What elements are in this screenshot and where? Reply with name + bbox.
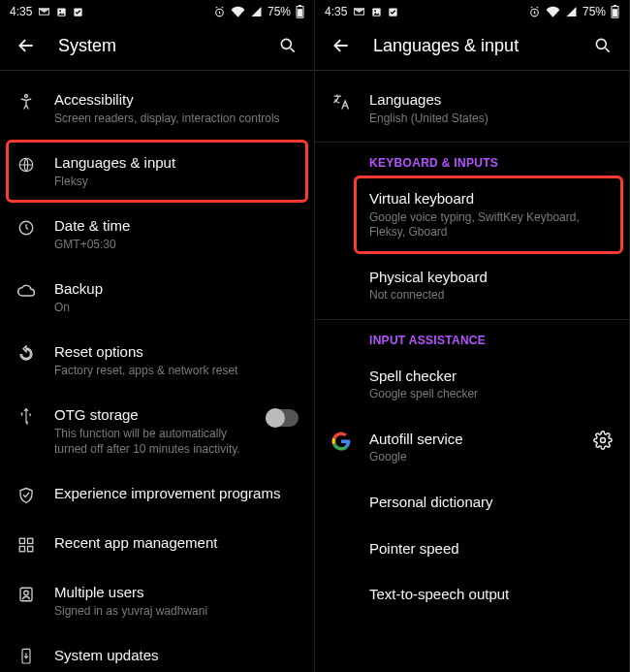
- svg-rect-13: [19, 547, 24, 552]
- gmail-icon: [353, 7, 365, 16]
- row-title: Autofill service: [369, 430, 575, 449]
- alarm-icon: [528, 6, 541, 18]
- otg-toggle[interactable]: [266, 409, 299, 427]
- settings-list: Languages English (United States) KEYBOA…: [315, 71, 629, 672]
- row-sub: Google spell checker: [369, 387, 614, 402]
- row-title: OTG storage: [54, 405, 248, 425]
- user-icon: [16, 584, 37, 605]
- app-bar: Languages & input: [315, 21, 629, 66]
- svg-point-7: [281, 39, 291, 48]
- row-title: Date & time: [54, 216, 299, 236]
- svg-point-25: [596, 39, 606, 48]
- row-title: Experience improvement programs: [54, 484, 299, 503]
- accessibility-icon: [16, 91, 37, 112]
- svg-point-16: [24, 591, 29, 595]
- row-virtual-keyboard[interactable]: Virtual keyboard Google voice typing, Sw…: [315, 176, 629, 254]
- section-keyboard-inputs: KEYBOARD & INPUTS: [315, 144, 629, 176]
- row-sub: Google: [369, 450, 575, 465]
- row-title: Backup: [54, 279, 299, 299]
- row-autofill-service[interactable]: Autofill service Google: [315, 416, 629, 479]
- globe-icon: [16, 154, 37, 176]
- usb-icon: [16, 406, 37, 428]
- row-sub: Google voice typing, SwiftKey Keyboard, …: [369, 210, 614, 240]
- row-pointer-speed[interactable]: Pointer speed: [315, 526, 629, 572]
- app-bar: System: [0, 21, 314, 66]
- status-bar: 4:35 75%: [0, 0, 314, 21]
- svg-point-19: [375, 10, 377, 12]
- apps-icon: [16, 534, 37, 556]
- row-date-time[interactable]: Date & time GMT+05:30: [0, 203, 314, 266]
- row-sub: This function will be automatically turn…: [54, 427, 248, 457]
- row-sub: Not connected: [369, 288, 614, 304]
- languages-input-screen: 4:35 75% Languages & input Lang: [315, 0, 630, 672]
- row-multiple-users[interactable]: Multiple users Signed in as yuvraj wadhw…: [0, 569, 314, 632]
- row-title: Accessibility: [54, 90, 299, 110]
- wifi-icon: [231, 6, 245, 17]
- row-languages[interactable]: Languages English (United States): [315, 77, 629, 140]
- reset-icon: [16, 343, 37, 365]
- row-recent-app-mgmt[interactable]: Recent app management: [0, 520, 314, 569]
- svg-rect-12: [28, 538, 33, 543]
- status-bar: 4:35 75%: [315, 0, 629, 21]
- autofill-settings-button[interactable]: [592, 430, 614, 451]
- svg-rect-11: [19, 538, 24, 543]
- search-button[interactable]: [592, 35, 614, 56]
- update-icon: [16, 647, 37, 668]
- image-icon: [371, 7, 382, 17]
- translate-icon: [331, 91, 352, 112]
- row-title: Virtual keyboard: [369, 189, 614, 208]
- image-icon: [56, 7, 67, 17]
- row-system-updates[interactable]: System updates: [0, 632, 314, 672]
- row-physical-keyboard[interactable]: Physical keyboard Not connected: [315, 254, 629, 317]
- battery-pct: 75%: [583, 5, 606, 18]
- row-personal-dictionary[interactable]: Personal dictionary: [315, 479, 629, 526]
- battery-icon: [296, 5, 304, 18]
- settings-list: Accessibility Screen readers, display, i…: [0, 71, 314, 672]
- page-title: System: [58, 36, 256, 56]
- alarm-icon: [213, 6, 226, 18]
- row-title: Languages & input: [54, 153, 299, 173]
- row-otg-storage[interactable]: OTG storage This function will be automa…: [0, 392, 314, 470]
- divider: [315, 319, 629, 320]
- system-settings-screen: 4:35 75% System Accessibi: [0, 0, 315, 672]
- svg-rect-14: [28, 547, 33, 552]
- back-button[interactable]: [16, 35, 37, 56]
- row-tts-output[interactable]: Text-to-speech output: [315, 571, 629, 618]
- shield-check-icon: [16, 485, 37, 506]
- row-accessibility[interactable]: Accessibility Screen readers, display, i…: [0, 77, 314, 140]
- svg-point-1: [60, 10, 62, 12]
- checkbox-icon: [73, 7, 83, 17]
- row-languages-input[interactable]: Languages & input Fleksy: [0, 140, 314, 203]
- cloud-icon: [16, 280, 37, 302]
- search-button[interactable]: [277, 35, 299, 56]
- divider: [315, 142, 629, 143]
- row-backup[interactable]: Backup On: [0, 266, 314, 329]
- page-title: Languages & input: [373, 36, 571, 56]
- row-title: System updates: [54, 646, 299, 665]
- row-spell-checker[interactable]: Spell checker Google spell checker: [315, 353, 629, 416]
- row-sub: Fleksy: [54, 175, 299, 190]
- gmail-icon: [38, 7, 50, 16]
- clock: 4:35: [325, 5, 347, 18]
- google-icon: [331, 431, 352, 452]
- svg-point-26: [601, 437, 606, 442]
- row-title: Languages: [369, 90, 614, 110]
- row-sub: GMT+05:30: [54, 238, 299, 253]
- row-sub: On: [54, 301, 299, 316]
- clock: 4:35: [10, 5, 32, 18]
- battery-icon: [611, 5, 619, 18]
- row-reset-options[interactable]: Reset options Factory reset, apps & netw…: [0, 329, 314, 392]
- clock-icon: [16, 217, 37, 239]
- row-sub: Signed in as yuvraj wadhwani: [54, 604, 299, 620]
- battery-pct: 75%: [268, 5, 291, 18]
- checkbox-icon: [388, 7, 398, 17]
- row-experience-programs[interactable]: Experience improvement programs: [0, 470, 314, 520]
- svg-rect-6: [298, 9, 302, 16]
- back-button[interactable]: [331, 35, 352, 56]
- wifi-icon: [546, 6, 560, 17]
- row-sub: Screen readers, display, interaction con…: [54, 112, 299, 127]
- signal-icon: [565, 6, 578, 17]
- row-title: Recent app management: [54, 533, 299, 553]
- svg-rect-23: [614, 5, 616, 6]
- section-input-assistance: INPUT ASSISTANCE: [315, 322, 629, 353]
